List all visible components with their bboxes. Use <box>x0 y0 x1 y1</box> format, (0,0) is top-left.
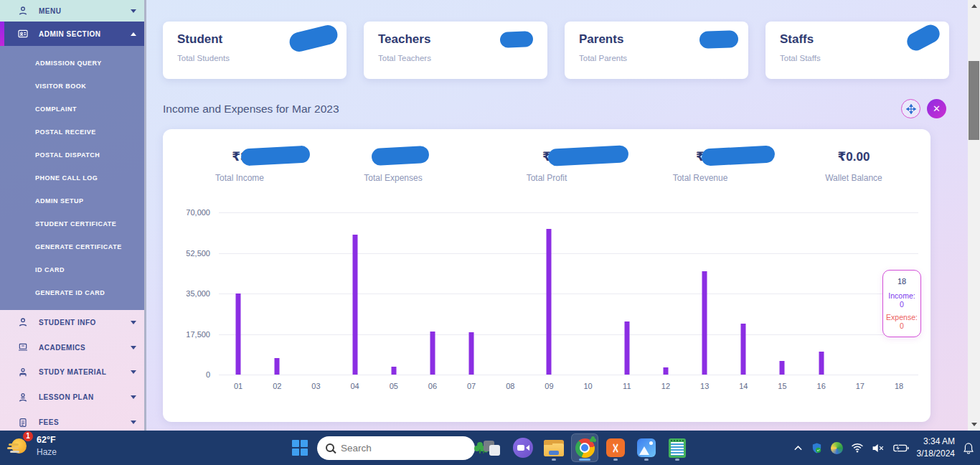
sidebar-item-complaint[interactable]: COMPLAINT <box>0 98 146 121</box>
volume-muted-icon[interactable] <box>872 443 885 454</box>
chat-icon[interactable] <box>509 433 537 462</box>
weather-widget[interactable]: 1 62°F Haze <box>9 434 57 457</box>
stat-card-teachers[interactable]: TeachersTotal Teachers <box>364 22 547 79</box>
screen: MENU ADMIN SECTION ADMISSION QUERYVISITO… <box>0 0 980 465</box>
search-input[interactable] <box>341 443 468 454</box>
sidebar-item-study-material[interactable]: STUDY MATERIAL <box>0 360 146 385</box>
idm-icon[interactable] <box>831 442 843 454</box>
page-title: Income and Expenses for Mar 2023 <box>163 103 339 116</box>
file-explorer-icon[interactable] <box>540 433 567 462</box>
chart-x-tick: 13 <box>685 382 724 390</box>
scrollbar-down-arrow[interactable] <box>968 418 980 431</box>
summary-total-revenue: ₹Total Revenue <box>623 149 777 183</box>
close-widget-button[interactable]: ✕ <box>927 99 946 118</box>
clock[interactable]: 3:34 AM 3/18/2024 <box>917 436 955 460</box>
sidebar-item-lesson-plan[interactable]: LESSON PLAN <box>0 385 146 410</box>
sidebar-item-visitor-book[interactable]: VISITOR BOOK <box>0 75 146 98</box>
chart-bar-09[interactable] <box>547 229 552 375</box>
chart-bar-16[interactable] <box>819 352 824 375</box>
stat-card-staffs[interactable]: StaffsTotal Staffs <box>765 22 949 79</box>
summary-value: ₹ <box>696 149 705 165</box>
xampp-icon[interactable]: Ꭓ <box>602 433 629 462</box>
redaction-scribble <box>288 23 340 54</box>
taskbar-search[interactable] <box>317 436 475 460</box>
chart-bar-13[interactable] <box>702 271 707 375</box>
start-button[interactable] <box>286 433 314 462</box>
redaction-scribble <box>500 31 534 48</box>
chart-bar-01[interactable] <box>236 293 241 375</box>
chart-x-tick: 14 <box>724 382 763 390</box>
sidebar-item-postal-receive[interactable]: POSTAL RECEIVE <box>0 121 146 144</box>
sidebar: MENU ADMIN SECTION ADMISSION QUERYVISITO… <box>0 0 146 431</box>
summary-label: Wallet Balance <box>777 173 930 183</box>
chrome-icon[interactable] <box>571 433 598 462</box>
chart-bar-slot <box>374 212 413 375</box>
chart-bar-15[interactable] <box>780 361 785 375</box>
task-view-icon[interactable] <box>479 433 506 462</box>
summary-label: Total Expenses <box>316 173 470 183</box>
sidebar-item-id-card[interactable]: ID CARD <box>0 258 146 281</box>
battery-charging-icon[interactable] <box>893 443 909 453</box>
chevron-down-icon <box>131 370 136 374</box>
chart-bar-02[interactable] <box>275 358 280 375</box>
sidebar-item-academics[interactable]: ACADEMICS <box>0 335 146 360</box>
stat-card-parents[interactable]: Parents8Total Parents <box>565 22 748 79</box>
chart-x-tick: 08 <box>491 382 529 390</box>
chart-y-tick: 0 <box>206 370 210 379</box>
chart-bar-slot <box>452 212 491 375</box>
photos-icon[interactable] <box>633 433 660 462</box>
chart-bar-slot <box>646 212 685 375</box>
admin-section-label: ADMIN SECTION <box>39 30 101 38</box>
sidebar-item-student-info[interactable]: STUDENT INFO <box>0 310 146 335</box>
sidebar-item-phone-call-log[interactable]: PHONE CALL LOG <box>0 166 146 189</box>
page-scrollbar[interactable] <box>968 0 980 431</box>
chart-bar-slot <box>763 212 801 375</box>
tray-chevron-up-icon[interactable] <box>793 444 803 451</box>
sidebar-section-label: STUDENT INFO <box>39 319 96 327</box>
weather-condition: Haze <box>37 447 57 457</box>
sidebar-item-menu[interactable]: MENU <box>0 0 146 22</box>
sidebar-item-generate-id-card[interactable]: GENERATE ID CARD <box>0 281 146 304</box>
sidebar-item-admin-section[interactable]: ADMIN SECTION <box>0 22 146 46</box>
scrollbar-thumb[interactable] <box>969 61 979 140</box>
browser-viewport: MENU ADMIN SECTION ADMISSION QUERYVISITO… <box>0 0 980 431</box>
menu-label: MENU <box>39 7 61 15</box>
tooltip-title: 18 <box>886 277 918 286</box>
chart-x-tick: 01 <box>219 382 258 390</box>
summary-value: ₹3 <box>232 149 247 165</box>
notification-badge: 1 <box>22 431 34 442</box>
chart-bar-slot <box>491 212 529 375</box>
chart-x-tick: 18 <box>880 382 918 390</box>
chart-bar-14[interactable] <box>741 324 746 375</box>
stat-card-subtitle: Total Staffs <box>780 54 935 62</box>
sidebar-item-admin-setup[interactable]: ADMIN SETUP <box>0 189 146 212</box>
chart-bar-12[interactable] <box>663 367 668 375</box>
chart-tooltip: 18 Income: 0 Expense: 0 <box>882 270 921 337</box>
admin-submenu: ADMISSION QUERYVISITOR BOOKCOMPLAINTPOST… <box>0 46 146 310</box>
system-tray: 3:34 AM 3/18/2024 <box>793 431 974 465</box>
sidebar-section-label: FEES <box>39 418 59 426</box>
chart-bar-05[interactable] <box>391 367 396 375</box>
sidebar-item-student-certificate[interactable]: STUDENT CERTIFICATE <box>0 212 146 235</box>
chart-bar-06[interactable] <box>430 332 435 375</box>
chart-bar-slot <box>608 212 646 375</box>
chart-bar-11[interactable] <box>624 321 629 375</box>
notepad-icon[interactable] <box>664 433 691 462</box>
summary-total-expenses: ₹0.00Total Expenses <box>316 149 470 183</box>
move-widget-button[interactable] <box>901 99 920 118</box>
redaction-scribble <box>371 146 429 166</box>
sidebar-item-postal-dispatch[interactable]: POSTAL DISPATCH <box>0 144 146 166</box>
sidebar-item-generate-certificate[interactable]: GENERATE CERTIFICATE <box>0 235 146 258</box>
wifi-icon[interactable] <box>851 443 864 453</box>
chart-x-tick: 17 <box>841 382 880 390</box>
chart-bar-07[interactable] <box>469 332 474 375</box>
windows-security-shield-icon[interactable] <box>811 442 823 454</box>
chart-bar-04[interactable] <box>352 235 357 375</box>
search-icon <box>326 443 334 452</box>
notification-bell-icon[interactable] <box>963 442 974 454</box>
scrollbar-up-arrow[interactable] <box>968 0 980 12</box>
sidebar-item-admission-query[interactable]: ADMISSION QUERY <box>0 52 146 75</box>
stat-card-student[interactable]: Student5Total Students <box>163 22 347 79</box>
redaction-scribble <box>904 22 943 54</box>
tray-time: 3:34 AM <box>917 436 955 448</box>
